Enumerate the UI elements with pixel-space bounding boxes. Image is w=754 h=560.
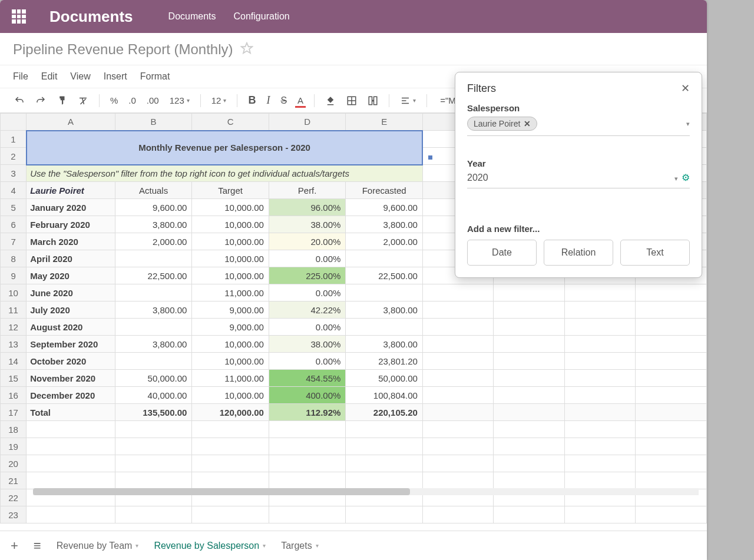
month-cell[interactable]: November 2020 — [27, 370, 115, 387]
decrease-decimal-button[interactable]: .0 — [125, 93, 140, 108]
target-cell[interactable]: 10,000.00 — [192, 387, 269, 404]
table-row[interactable]: 15November 202050,000.0011,000.00454.55%… — [1, 370, 707, 387]
forecast-cell[interactable] — [346, 250, 423, 267]
column-label[interactable]: Forecasted — [346, 182, 423, 199]
redo-icon[interactable] — [32, 93, 49, 108]
row-header[interactable]: 2 — [1, 148, 27, 165]
forecast-cell[interactable]: 3,800.00 — [346, 216, 423, 233]
total-target[interactable]: 120,000.00 — [192, 404, 269, 421]
total-actuals[interactable]: 135,500.00 — [115, 404, 192, 421]
nav-configuration[interactable]: Configuration — [234, 11, 290, 22]
month-cell[interactable]: March 2020 — [27, 233, 115, 250]
perf-cell[interactable]: 38.00% — [269, 336, 346, 353]
actuals-cell[interactable]: 3,800.00 — [115, 301, 192, 319]
target-cell[interactable]: 10,000.00 — [192, 250, 269, 267]
total-perf[interactable]: 112.92% — [269, 404, 346, 421]
column-label[interactable]: Actuals — [115, 182, 192, 199]
row-header[interactable]: 4 — [1, 182, 27, 199]
perf-cell[interactable]: 225.00% — [269, 267, 346, 284]
month-cell[interactable]: August 2020 — [27, 319, 115, 336]
perf-cell[interactable]: 0.00% — [269, 319, 346, 336]
target-cell[interactable]: 9,000.00 — [192, 319, 269, 336]
target-cell[interactable]: 10,000.00 — [192, 267, 269, 284]
gear-icon[interactable]: ⚙ — [682, 173, 690, 183]
all-sheets-button[interactable]: ≡ — [34, 538, 41, 554]
forecast-cell[interactable]: 100,804.00 — [346, 387, 423, 404]
target-cell[interactable]: 11,000.00 — [192, 370, 269, 387]
forecast-cell[interactable]: 3,800.00 — [346, 336, 423, 353]
row-header[interactable]: 21 — [1, 472, 27, 489]
row-header[interactable]: 1 — [1, 131, 27, 148]
row-header[interactable]: 20 — [1, 455, 27, 472]
row-header[interactable]: 13 — [1, 336, 27, 353]
perf-cell[interactable]: 0.00% — [269, 250, 346, 267]
row-header[interactable]: 15 — [1, 370, 27, 387]
perf-cell[interactable]: 0.00% — [269, 353, 346, 370]
row-header[interactable]: 16 — [1, 387, 27, 404]
hint-cell[interactable]: Use the "Salesperson" filter from the to… — [27, 165, 423, 182]
select-all-corner[interactable] — [1, 114, 27, 131]
percent-format-button[interactable]: % — [107, 93, 121, 108]
horizontal-scrollbar[interactable] — [33, 488, 699, 495]
forecast-cell[interactable]: 3,800.00 — [346, 301, 423, 319]
row-header[interactable]: 8 — [1, 250, 27, 267]
paint-format-icon[interactable] — [53, 93, 71, 108]
target-cell[interactable]: 10,000.00 — [192, 199, 269, 216]
total-row[interactable]: 17Total135,500.00120,000.00112.92%220,10… — [1, 404, 707, 421]
month-cell[interactable]: September 2020 — [27, 336, 115, 353]
fill-color-button[interactable] — [322, 93, 339, 108]
month-cell[interactable]: January 2020 — [27, 199, 115, 216]
month-cell[interactable]: June 2020 — [27, 284, 115, 301]
month-cell[interactable]: February 2020 — [27, 216, 115, 233]
row-header[interactable]: 11 — [1, 301, 27, 319]
actuals-cell[interactable]: 22,500.00 — [115, 267, 192, 284]
total-label[interactable]: Total — [27, 404, 115, 421]
text-color-button[interactable]: A — [294, 93, 307, 108]
row-header[interactable]: 6 — [1, 216, 27, 233]
month-cell[interactable]: December 2020 — [27, 387, 115, 404]
perf-cell[interactable]: 0.00% — [269, 284, 346, 301]
forecast-cell[interactable]: 50,000.00 — [346, 370, 423, 387]
actuals-cell[interactable] — [115, 284, 192, 301]
target-cell[interactable]: 11,000.00 — [192, 284, 269, 301]
chevron-down-icon[interactable]: ▾ — [686, 120, 690, 128]
row-header[interactable]: 9 — [1, 267, 27, 284]
number-format-dropdown[interactable]: 123 — [166, 93, 193, 108]
menu-file[interactable]: File — [13, 71, 28, 82]
month-cell[interactable]: July 2020 — [27, 301, 115, 319]
menu-insert[interactable]: Insert — [104, 71, 127, 82]
sheet-title-cell[interactable]: Monthly Revenue per Salesperson - 2020 — [27, 131, 423, 165]
row-header[interactable]: 19 — [1, 438, 27, 455]
perf-cell[interactable]: 38.00% — [269, 216, 346, 233]
italic-button[interactable]: I — [263, 92, 273, 109]
scrollbar-thumb[interactable] — [33, 488, 410, 495]
column-label[interactable]: Perf. — [269, 182, 346, 199]
col-header[interactable]: C — [192, 114, 269, 131]
actuals-cell[interactable] — [115, 250, 192, 267]
perf-cell[interactable]: 20.00% — [269, 233, 346, 250]
row-header[interactable]: 23 — [1, 506, 27, 523]
perf-cell[interactable]: 96.00% — [269, 199, 346, 216]
perf-cell[interactable]: 400.00% — [269, 387, 346, 404]
forecast-cell[interactable]: 9,600.00 — [346, 199, 423, 216]
increase-decimal-button[interactable]: .00 — [143, 93, 163, 108]
target-cell[interactable]: 10,000.00 — [192, 216, 269, 233]
row-header[interactable]: 3 — [1, 165, 27, 182]
actuals-cell[interactable] — [115, 319, 192, 336]
add-sheet-button[interactable]: + — [11, 538, 18, 554]
column-label[interactable]: Target — [192, 182, 269, 199]
month-cell[interactable]: October 2020 — [27, 353, 115, 370]
sheet-tab[interactable]: Targets▾ — [281, 541, 318, 551]
forecast-cell[interactable]: 2,000.00 — [346, 233, 423, 250]
actuals-cell[interactable]: 3,800.00 — [115, 336, 192, 353]
menu-view[interactable]: View — [70, 71, 90, 82]
actuals-cell[interactable]: 2,000.00 — [115, 233, 192, 250]
merge-cells-button[interactable] — [364, 93, 382, 108]
table-row[interactable]: 10June 202011,000.000.00% — [1, 284, 707, 301]
total-forecast[interactable]: 220,105.20 — [346, 404, 423, 421]
col-header[interactable]: A — [27, 114, 115, 131]
close-icon[interactable]: ✕ — [681, 82, 690, 95]
nav-documents[interactable]: Documents — [168, 11, 216, 22]
chevron-down-icon[interactable]: ▾ — [674, 175, 678, 182]
menu-format[interactable]: Format — [140, 71, 170, 82]
